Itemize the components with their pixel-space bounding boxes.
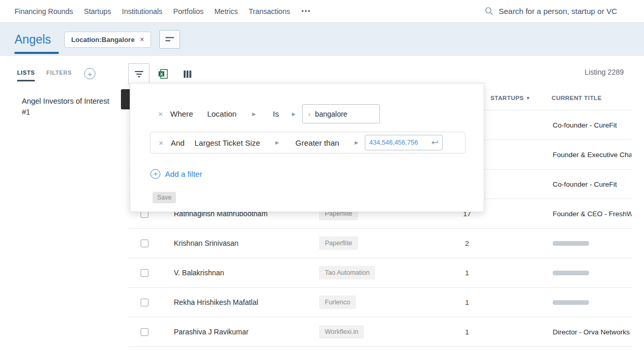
- investor-name[interactable]: Parashiva J Ravikumar: [174, 328, 319, 336]
- filter-operator-is[interactable]: Is: [273, 109, 279, 118]
- investor-name[interactable]: Rekha Hrishikesh Mafatlal: [174, 298, 319, 306]
- column-header-current-title: CURRENT TITLE: [552, 95, 602, 101]
- sort-options-button[interactable]: [159, 30, 180, 49]
- table-row: V. BalakrishnanTao Automation1: [129, 258, 632, 288]
- investor-name[interactable]: Krishnan Srinivasan: [174, 239, 319, 247]
- sort-lines-icon: [165, 36, 174, 43]
- listing-count: Listing 2289: [584, 68, 624, 76]
- redacted-bar: [553, 241, 589, 246]
- startups-header-label: STARTUPS: [490, 95, 524, 101]
- startups-count: 1: [439, 299, 496, 306]
- enter-key-icon: [431, 140, 438, 145]
- remove-filter-icon[interactable]: ×: [159, 139, 164, 147]
- company-cell: Furlenco: [319, 296, 439, 309]
- company-chip[interactable]: Paperflite: [319, 236, 358, 250]
- checkbox-cell: [129, 240, 174, 247]
- tab-filters[interactable]: FILTERS: [46, 69, 72, 81]
- current-title-cell: Co-founder - CureFit: [553, 121, 632, 129]
- page-title-wrap: Angels: [15, 23, 51, 56]
- tooltip-remnant: [121, 89, 130, 109]
- add-filter-label: Add a filter: [165, 170, 202, 178]
- table-row: Parashiva J RavikumarWorkflexi.in1Direct…: [129, 317, 632, 347]
- sidebar-list-item-angel-investors[interactable]: Angel Investors of Interest #1: [22, 96, 111, 118]
- row-checkbox[interactable]: [141, 328, 148, 336]
- caret-right-icon[interactable]: ▶: [355, 140, 359, 145]
- nav-item-institutionals[interactable]: Institutionals: [122, 7, 162, 16]
- filter-value-wrap: ›: [302, 104, 380, 123]
- more-menu-button[interactable]: •••: [302, 8, 311, 15]
- search-icon: [485, 7, 494, 16]
- company-chip[interactable]: Workflexi.in: [319, 325, 364, 339]
- current-title-cell: [553, 241, 632, 246]
- current-title-cell: Co-founder - CureFit: [553, 180, 632, 188]
- add-list-button[interactable]: +: [84, 68, 95, 79]
- filter-icon: [134, 71, 144, 78]
- startups-count: 1: [439, 269, 496, 277]
- checkbox-cell: [129, 299, 174, 306]
- company-cell: Workflexi.in: [319, 325, 439, 339]
- company-chip[interactable]: Tao Automation: [319, 266, 375, 279]
- save-button[interactable]: Save: [153, 192, 176, 203]
- sort-caret-icon: ▾: [527, 95, 529, 101]
- startups-count: 1: [439, 328, 496, 336]
- remove-filter-icon[interactable]: ×: [158, 110, 163, 118]
- investor-name[interactable]: V. Balakrishnan: [174, 269, 319, 277]
- redacted-bar: [553, 300, 589, 305]
- page-title: Angels: [15, 33, 51, 47]
- redacted-bar: [553, 271, 589, 275]
- current-title-cell: Founder & Executive Cha: [553, 151, 632, 159]
- sidebar: LISTS FILTERS + Angel Investors of Inter…: [0, 56, 129, 351]
- columns-icon: [183, 70, 192, 78]
- tab-lists[interactable]: LISTS: [17, 69, 35, 81]
- excel-export-button[interactable]: X: [153, 63, 174, 85]
- checkbox-cell: [129, 269, 174, 277]
- add-filter-button[interactable]: + Add a filter: [150, 169, 484, 179]
- filter-connector: And: [171, 138, 185, 147]
- current-title-cell: [553, 300, 632, 305]
- company-cell: Tao Automation: [319, 266, 439, 279]
- nav-item-portfolios[interactable]: Portfolios: [173, 7, 203, 16]
- svg-text:X: X: [160, 72, 163, 77]
- excel-icon: X: [158, 69, 168, 79]
- search-input[interactable]: [499, 7, 629, 16]
- caret-right-icon[interactable]: ▶: [292, 111, 296, 117]
- global-search: [485, 7, 629, 16]
- primary-nav: Financing Rounds Startups Institutionals…: [15, 7, 290, 16]
- current-title-cell: [553, 271, 632, 275]
- checkbox-cell: [129, 328, 174, 336]
- nav-item-startups[interactable]: Startups: [84, 7, 111, 16]
- filter-value-input-location[interactable]: [315, 110, 374, 118]
- chip-close-icon[interactable]: ×: [140, 36, 144, 43]
- plus-circle-icon: +: [150, 169, 160, 179]
- startups-count: 2: [439, 240, 496, 247]
- row-checkbox[interactable]: [141, 240, 148, 247]
- filter-value-wrap: [365, 135, 443, 150]
- filter-field-location[interactable]: Location: [207, 109, 237, 118]
- table-row: Krishnan SrinivasanPaperflite2: [129, 229, 632, 258]
- row-checkbox[interactable]: [141, 299, 148, 306]
- company-chip[interactable]: Furlenco: [319, 296, 356, 309]
- filter-operator-greater-than[interactable]: Greater than: [295, 138, 339, 147]
- filter-row-ticket-size: × And Largest Ticket Size ▶ Greater than…: [150, 132, 465, 153]
- filter-field-ticket-size[interactable]: Largest Ticket Size: [195, 138, 261, 147]
- chevron-right-icon[interactable]: ›: [308, 110, 310, 118]
- table-row: Rekha Hrishikesh MafatlalFurlenco1: [129, 288, 632, 317]
- filter-button[interactable]: [128, 63, 149, 85]
- nav-item-financing-rounds[interactable]: Financing Rounds: [15, 7, 73, 16]
- filter-row-location: × Where Location ▶ Is ▶ ›: [158, 104, 484, 123]
- nav-item-transactions[interactable]: Transactions: [249, 7, 290, 16]
- nav-item-metrics[interactable]: Metrics: [214, 7, 238, 16]
- column-header-startups[interactable]: STARTUPS ▾: [490, 95, 529, 101]
- filter-value-input-ticket-size[interactable]: [369, 139, 431, 146]
- caret-right-icon[interactable]: ▶: [252, 111, 256, 117]
- main-area: LISTS FILTERS + Angel Investors of Inter…: [0, 56, 644, 351]
- top-navigation-bar: Financing Rounds Startups Institutionals…: [0, 0, 644, 23]
- current-title-cell: Founder & CEO - FreshW: [553, 210, 632, 218]
- plus-icon: +: [88, 69, 92, 78]
- columns-button[interactable]: [177, 63, 198, 85]
- sidebar-tabs: LISTS FILTERS +: [17, 69, 129, 81]
- row-checkbox[interactable]: [141, 269, 148, 277]
- location-filter-chip[interactable]: Location:Bangalore ×: [64, 32, 150, 48]
- caret-right-icon[interactable]: ▶: [275, 140, 279, 145]
- page-header: Angels Location:Bangalore ×: [0, 23, 644, 56]
